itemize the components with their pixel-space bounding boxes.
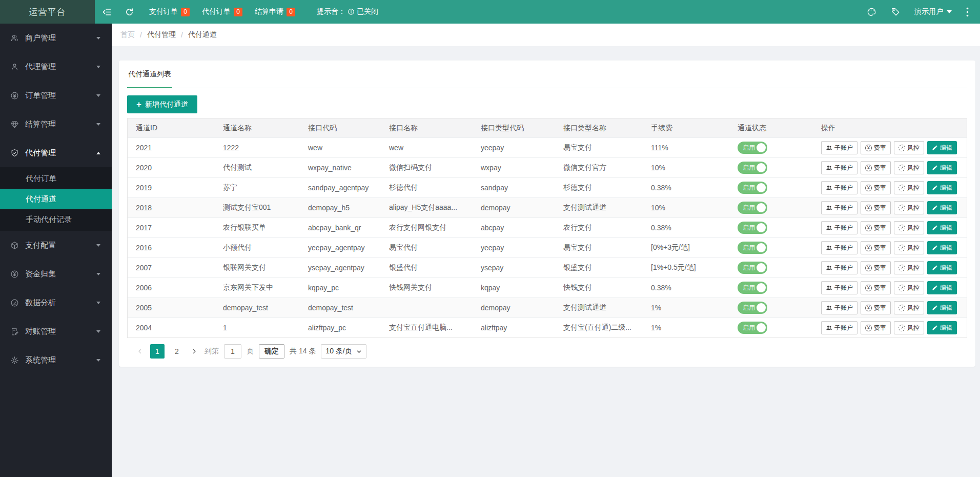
sidebar-item-reconciliation[interactable]: 对账管理 [0, 317, 112, 346]
sidebar-collapse-icon[interactable] [102, 7, 112, 17]
sidebar-item-manual-payout-records[interactable]: 手动代付记录 [0, 209, 112, 230]
rate-button[interactable]: ¥ 费率 [861, 281, 891, 294]
breadcrumb-payout-management[interactable]: 代付管理 [147, 30, 176, 39]
rate-button[interactable]: ¥ 费率 [861, 321, 891, 334]
channel-status-toggle[interactable]: 启用 [738, 262, 767, 274]
sidebar-item-settlement-management[interactable]: 结算管理 [0, 110, 112, 138]
edit-button[interactable]: 编辑 [927, 181, 957, 194]
channel-status-toggle[interactable]: 启用 [738, 282, 767, 294]
risk-control-button[interactable]: 风控 [894, 161, 924, 174]
cell-type-code: alizftpay [473, 324, 555, 332]
refresh-icon[interactable] [125, 8, 134, 16]
rate-button[interactable]: ¥ 费率 [861, 201, 891, 214]
subaccount-button[interactable]: 子账户 [821, 301, 858, 314]
subaccount-label: 子账户 [834, 204, 853, 212]
tab-payout-orders[interactable]: 代付订单 0 [202, 7, 242, 16]
sidebar-item-data-analytics[interactable]: 数据分析 [0, 288, 112, 317]
rate-button[interactable]: ¥ 费率 [861, 141, 891, 154]
edit-button[interactable]: 编辑 [927, 281, 957, 294]
rate-button[interactable]: ¥ 费率 [861, 261, 891, 274]
cell-channel-name: 小额代付 [215, 243, 300, 252]
sidebar-item-payment-config[interactable]: 支付配置 [0, 231, 112, 260]
user-menu[interactable]: 演示用户 [914, 7, 952, 16]
sidebar-item-fund-collection[interactable]: 资金归集 [0, 260, 112, 288]
subaccount-button[interactable]: 子账户 [821, 181, 858, 194]
breadcrumb-payout-channels[interactable]: 代付通道 [188, 30, 217, 39]
sidebar-item-agent-management[interactable]: 代理管理 [0, 52, 112, 81]
tab-payout-orders-label: 代付订单 [202, 7, 231, 16]
sidebar-item-payout-orders[interactable]: 代付订单 [0, 168, 112, 189]
pagination: 1 2 到第 页 确定 共 14 条 10 条/页 [127, 338, 967, 359]
goto-confirm-button[interactable]: 确定 [259, 344, 284, 359]
sidebar-item-payout-management[interactable]: 代付管理 [0, 138, 112, 167]
cell-fee: 0.38% [643, 224, 729, 232]
add-payout-channel-button[interactable]: + 新增代付通道 [127, 95, 197, 113]
edit-button[interactable]: 编辑 [927, 321, 957, 334]
prev-page-icon[interactable] [135, 344, 145, 359]
risk-control-button[interactable]: 风控 [894, 181, 924, 194]
risk-control-button[interactable]: 风控 [894, 141, 924, 154]
sidebar-item-label: 资金归集 [25, 269, 96, 279]
subaccount-button[interactable]: 子账户 [821, 281, 858, 294]
cube-icon [10, 241, 19, 250]
next-page-icon[interactable] [189, 344, 199, 359]
yen-circle-icon: ¥ [865, 285, 872, 291]
channel-status-toggle[interactable]: 启用 [738, 162, 767, 174]
edit-button[interactable]: 编辑 [927, 241, 957, 254]
rate-button[interactable]: ¥ 费率 [861, 221, 891, 234]
tag-icon[interactable] [891, 7, 900, 16]
sidebar-item-merchant-management[interactable]: 商户管理 [0, 24, 112, 52]
page-button-2[interactable]: 2 [170, 344, 184, 359]
header-actions: 操作 [813, 124, 967, 133]
tab-settlement-requests[interactable]: 结算申请 0 [255, 7, 295, 16]
channel-status-toggle[interactable]: 启用 [738, 302, 767, 314]
subaccount-button[interactable]: 子账户 [821, 201, 858, 214]
rate-button[interactable]: ¥ 费率 [861, 181, 891, 194]
per-page-select[interactable]: 10 条/页 [321, 344, 366, 359]
tab-payment-orders[interactable]: 支付订单 0 [149, 7, 190, 16]
risk-control-button[interactable]: 风控 [894, 261, 924, 274]
channel-status-toggle[interactable]: 启用 [738, 222, 767, 234]
sound-toggle[interactable]: 提示音： 已关闭 [317, 7, 378, 16]
tab-payout-channel-list[interactable]: 代付通道列表 [127, 61, 172, 88]
risk-control-button[interactable]: 风控 [894, 301, 924, 314]
sidebar-item-order-management[interactable]: 订单管理 [0, 81, 112, 110]
edit-button[interactable]: 编辑 [927, 301, 957, 314]
edit-button[interactable]: 编辑 [927, 261, 957, 274]
goto-page-input[interactable] [224, 344, 241, 359]
risk-control-button[interactable]: 风控 [894, 201, 924, 214]
risk-control-button[interactable]: 风控 [894, 281, 924, 294]
edit-button[interactable]: 编辑 [927, 221, 957, 234]
risk-control-button[interactable]: 风控 [894, 221, 924, 234]
risk-control-button[interactable]: 风控 [894, 241, 924, 254]
sidebar-item-system-management[interactable]: 系统管理 [0, 346, 112, 374]
theme-palette-icon[interactable] [867, 7, 876, 17]
cell-type-name: 杉德支付 [555, 183, 643, 192]
rate-button[interactable]: ¥ 费率 [861, 161, 891, 174]
sidebar-item-payout-channels[interactable]: 代付通道 [0, 189, 112, 209]
edit-button[interactable]: 编辑 [927, 161, 957, 174]
edit-button[interactable]: 编辑 [927, 201, 957, 214]
breadcrumb-home[interactable]: 首页 [120, 30, 135, 39]
subaccount-button[interactable]: 子账户 [821, 221, 858, 234]
rate-button[interactable]: ¥ 费率 [861, 241, 891, 254]
channel-status-toggle[interactable]: 启用 [738, 242, 767, 254]
sound-label: 提示音： [317, 7, 345, 16]
channel-status-toggle[interactable]: 启用 [738, 202, 767, 214]
rate-button[interactable]: ¥ 费率 [861, 301, 891, 314]
kebab-menu-icon[interactable] [966, 7, 969, 17]
channel-status-toggle[interactable]: 启用 [738, 322, 767, 334]
channel-status-toggle[interactable]: 启用 [738, 182, 767, 194]
subaccount-button[interactable]: 子账户 [821, 161, 858, 174]
channel-status-toggle[interactable]: 启用 [738, 142, 767, 154]
edit-button[interactable]: 编辑 [927, 141, 957, 154]
header-channel-status: 通道状态 [729, 124, 813, 133]
subaccount-button[interactable]: 子账户 [821, 261, 858, 274]
risk-label: 风控 [907, 264, 920, 272]
page-button-1[interactable]: 1 [150, 344, 165, 359]
risk-control-button[interactable]: 风控 [894, 321, 924, 334]
subaccount-button[interactable]: 子账户 [821, 321, 858, 334]
subaccount-button[interactable]: 子账户 [821, 241, 858, 254]
subaccount-button[interactable]: 子账户 [821, 141, 858, 154]
table-body: 2021 1222 wew wew yeepay 易宝支付 111% 启用 子账… [128, 137, 967, 337]
